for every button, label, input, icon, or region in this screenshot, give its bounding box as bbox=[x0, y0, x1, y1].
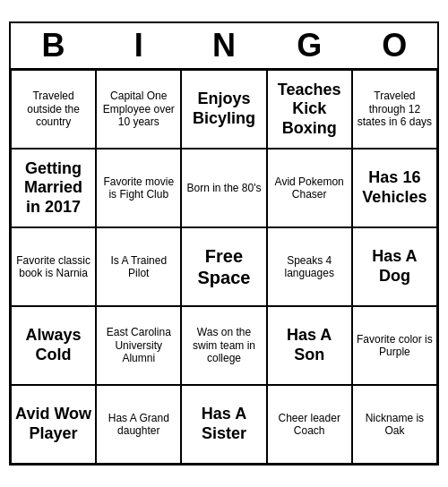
bingo-cell-17: Was on the swim team in college bbox=[181, 306, 266, 385]
bingo-cell-10: Favorite classic book is Narnia bbox=[11, 227, 96, 306]
bingo-cell-20: Avid Wow Player bbox=[11, 385, 96, 464]
bingo-cell-8: Avid Pokemon Chaser bbox=[267, 149, 352, 227]
bingo-cell-3: Teaches Kick Boxing bbox=[267, 70, 352, 149]
letter-g: G bbox=[267, 27, 352, 64]
bingo-cell-11: Is A Trained Pilot bbox=[96, 227, 181, 306]
letter-o: O bbox=[352, 27, 437, 64]
bingo-cell-22: Has A Sister bbox=[181, 385, 266, 464]
bingo-cell-9: Has 16 Vehicles bbox=[352, 149, 437, 227]
bingo-cell-1: Capital One Employee over 10 years bbox=[96, 70, 181, 149]
bingo-header: B I N G O bbox=[11, 23, 437, 70]
bingo-cell-6: Favorite movie is Fight Club bbox=[96, 149, 181, 227]
letter-b: B bbox=[11, 27, 96, 64]
bingo-cell-12: Free Space bbox=[181, 227, 266, 306]
bingo-cell-18: Has A Son bbox=[267, 306, 352, 385]
bingo-cell-13: Speaks 4 languages bbox=[267, 227, 352, 306]
bingo-cell-0: Traveled outside the country bbox=[11, 70, 96, 149]
bingo-cell-15: Always Cold bbox=[11, 306, 96, 385]
bingo-cell-19: Favorite color is Purple bbox=[352, 306, 437, 385]
bingo-cell-23: Cheer leader Coach bbox=[267, 385, 352, 464]
bingo-cell-5: Getting Married in 2017 bbox=[11, 149, 96, 227]
letter-i: I bbox=[96, 27, 181, 64]
bingo-cell-4: Traveled through 12 states in 6 days bbox=[352, 70, 437, 149]
bingo-cell-14: Has A Dog bbox=[352, 227, 437, 306]
bingo-grid: Traveled outside the countryCapital One … bbox=[11, 70, 437, 464]
bingo-card: B I N G O Traveled outside the countryCa… bbox=[9, 21, 439, 466]
bingo-cell-21: Has A Grand daughter bbox=[96, 385, 181, 464]
bingo-cell-2: Enjoys Bicyling bbox=[181, 70, 266, 149]
letter-n: N bbox=[181, 27, 266, 64]
bingo-cell-16: East Carolina University Alumni bbox=[96, 306, 181, 385]
bingo-cell-7: Born in the 80's bbox=[181, 149, 266, 227]
bingo-cell-24: Nickname is Oak bbox=[352, 385, 437, 464]
